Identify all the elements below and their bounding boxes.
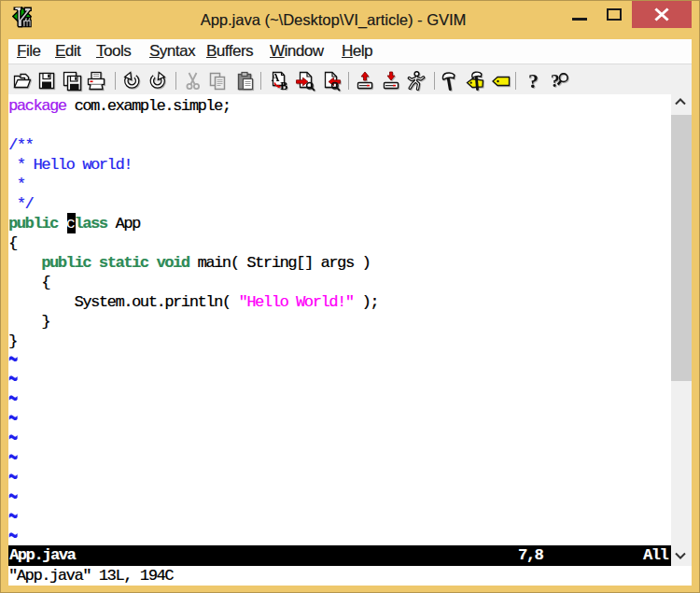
svg-text:?: ? [528,71,539,92]
svg-text:A: A [272,71,280,84]
svg-text:B: B [280,79,287,92]
svg-text:?: ? [551,71,560,91]
